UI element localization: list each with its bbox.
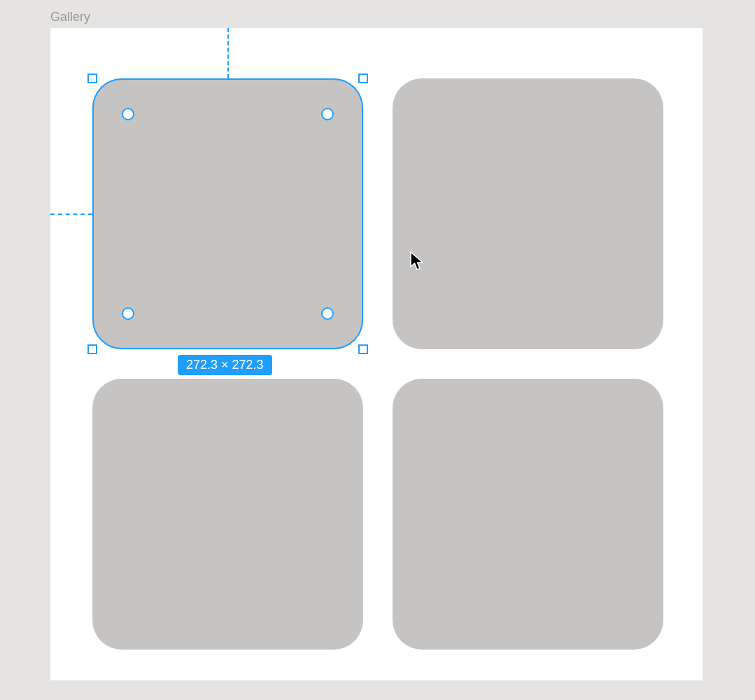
canvas-frame[interactable] bbox=[50, 28, 703, 680]
alignment-guide-vertical bbox=[227, 28, 229, 78]
selection-size-badge: 272.3 × 272.3 bbox=[178, 355, 272, 375]
gallery-item-4[interactable] bbox=[393, 379, 663, 650]
gallery-item-1[interactable] bbox=[92, 78, 363, 349]
alignment-guide-horizontal bbox=[50, 214, 92, 215]
frame-label[interactable]: Gallery bbox=[50, 10, 90, 24]
gallery-item-3[interactable] bbox=[92, 379, 363, 650]
gallery-item-2[interactable] bbox=[393, 78, 663, 349]
cursor-pointer-icon bbox=[410, 251, 425, 271]
